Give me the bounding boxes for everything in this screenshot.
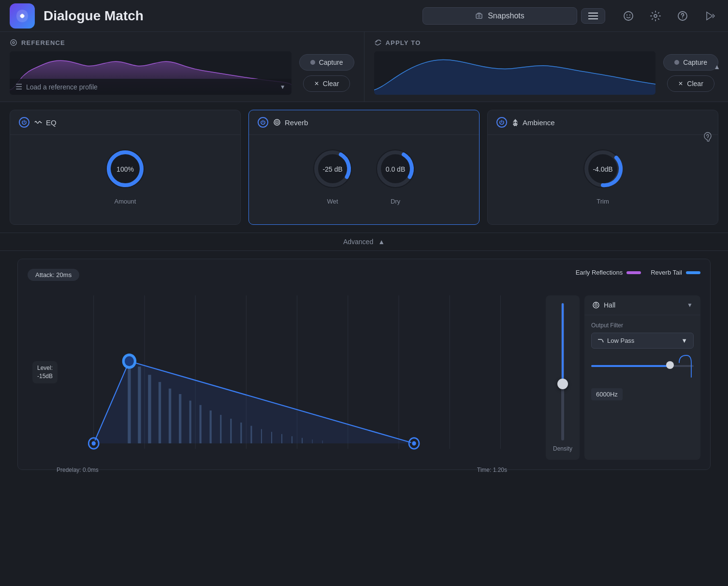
eq-wave-icon [34,119,42,126]
reference-label: REFERENCE [21,39,65,46]
density-slider-area: Density [546,295,580,460]
apply-to-header: APPLY TO [374,39,719,46]
early-reflections-label: Early Reflections [576,269,623,276]
lowpass-select[interactable]: Low Pass ▼ [591,333,694,349]
hall-chevron-icon[interactable]: ▼ [687,302,693,308]
load-profile-text: Load a reference profile [26,83,98,91]
level-badge: Level: -15dB [32,361,58,383]
svg-point-10 [13,42,15,44]
reverb-icon [273,118,281,126]
apply-clear-button[interactable]: ✕ Clear [667,75,714,92]
settings-icon[interactable] [647,7,664,25]
apply-clear-label: Clear [687,80,703,88]
eq-module-body: 100% Amount [10,135,240,215]
density-section: Density Hall [546,295,700,460]
svg-point-6 [654,15,657,17]
eq-power-button[interactable] [19,117,29,128]
hall-icon [592,301,600,309]
reverb-module: Reverb -25 dB Wet [248,110,480,225]
help-icon[interactable] [674,7,691,25]
level-text: Level: [37,364,53,372]
hall-controls: Hall ▼ Output Filter L [584,295,700,460]
svg-point-0 [21,15,24,17]
filter-slider-area [591,355,694,384]
ref-apply-row: REFERENCE ☰ Load a referenc [0,32,728,102]
svg-point-16 [277,122,277,123]
snapshots-icon [475,12,483,20]
hamburger-button[interactable] [581,8,605,24]
reference-clear-button[interactable]: ✕ Clear [303,75,350,92]
attack-label: Attack: 20ms [28,269,79,281]
reverb-wet-label: Wet [327,198,338,205]
svg-point-3 [624,12,633,20]
density-slider[interactable] [561,303,564,440]
snapshots-button[interactable]: Snapshots [422,7,577,25]
density-thumb[interactable] [557,379,568,389]
density-fill [562,303,564,381]
modules-row: EQ 100% Amount [0,102,728,233]
clear-x-icon: ✕ [314,80,319,87]
reverb-module-header: Reverb [249,110,479,135]
load-profile-bar[interactable]: ☰ Load a reference profile ▼ [10,79,291,95]
eq-module-header: EQ [10,110,240,135]
reverb-wet-knob: -25 dB Wet [308,145,357,205]
header-icons [620,7,718,25]
eq-knob[interactable]: 100% [101,145,149,193]
ambience-module-body: -4.0dB Trim [488,135,718,215]
trim-knob[interactable]: -4.0dB [579,145,627,193]
hall-header: Hall ▼ [584,295,700,315]
eq-module: EQ 100% Amount [10,110,241,225]
level-value: -15dB [37,372,53,381]
apply-capture-dot [674,60,679,65]
dry-knob[interactable]: 0.0 dB [371,145,420,193]
svg-text:-25 dB: -25 dB [322,165,342,173]
svg-marker-56 [94,361,414,443]
reference-panel: REFERENCE ☰ Load a referenc [0,32,364,102]
collapse-arrow[interactable]: ▲ [713,63,720,71]
reference-header: REFERENCE [10,39,354,46]
early-reflections-bar [626,271,641,274]
apply-capture-button[interactable]: Capture [663,54,718,71]
ambience-icon [512,118,519,126]
filter-curve-svg [677,353,694,380]
early-reflections-legend: Early Reflections [576,269,641,276]
advanced-section: Attack: 20ms Early Reflections Reverb Ta… [0,251,728,485]
hamburger-line-2 [588,15,598,16]
apply-to-waveform [374,51,656,95]
output-filter-label: Output Filter [591,322,694,329]
chat-icon[interactable] [620,7,637,25]
svg-text:0.0 dB: 0.0 dB [386,165,405,173]
reference-controls: Capture ✕ Clear [299,54,354,92]
svg-point-59 [92,441,96,445]
ambience-power-button[interactable] [496,117,507,128]
ambience-module-header: Ambience [488,110,718,135]
header: Dialogue Match Snapshots [0,0,728,32]
app-title: Dialogue Match [44,8,422,24]
reverb-dry-knob: 0.0 dB Dry [371,145,420,205]
ambience-trim-knob: -4.0dB Trim [579,145,627,205]
svg-text:-4.0dB: -4.0dB [593,165,612,173]
reverb-dry-label: Dry [391,198,400,205]
advanced-toggle[interactable]: Advanced ▲ [0,233,728,251]
hall-label: Hall [604,301,615,309]
chevron-down-icon: ▼ [280,84,286,90]
predelay-label: Predelay: 0.0ms [57,467,99,473]
reference-capture-button[interactable]: Capture [299,54,354,71]
filter-thumb[interactable] [666,361,674,369]
hall-body: Output Filter Low Pass ▼ [584,315,700,407]
plugin-icon[interactable] [701,7,718,25]
wet-knob[interactable]: -25 dB [308,145,357,193]
ear-icon[interactable] [702,131,713,144]
svg-text:100%: 100% [116,165,134,173]
graph-canvas: Level: -15dB [28,295,536,460]
reference-capture-label: Capture [319,59,343,66]
menu-icon: ☰ [15,82,22,91]
ambience-module: Ambience -4.0dB [487,110,718,225]
reference-icon [10,39,17,46]
reverb-power-icon [260,119,266,125]
svg-rect-1 [476,14,482,18]
eq-amount-knob: 100% Amount [101,145,149,205]
time-label: Time: 1.20s [477,467,507,473]
reverb-tail-label: Reverb Tail [651,269,682,276]
reverb-power-button[interactable] [258,117,268,128]
